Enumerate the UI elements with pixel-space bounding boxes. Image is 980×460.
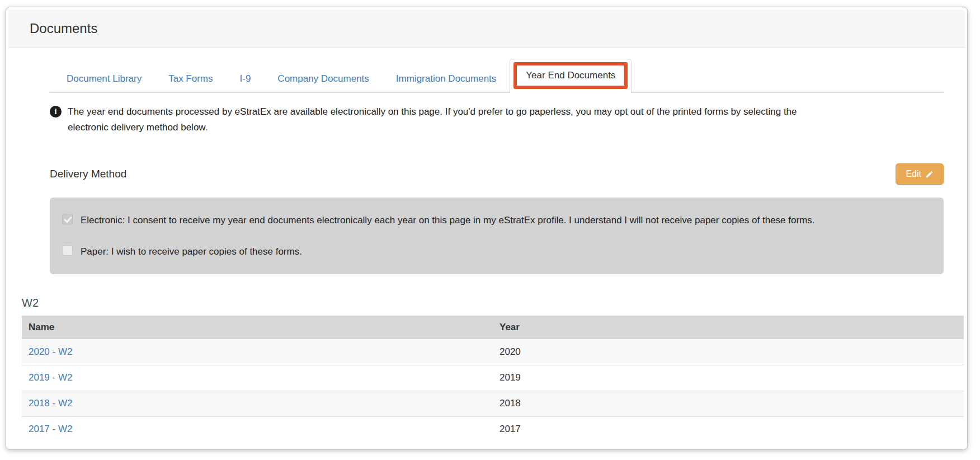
column-header-name: Name [22,316,493,339]
delivery-consent-panel: Electronic: I consent to receive my year… [50,198,944,274]
table-row: 2017 - W2 2017 [22,416,964,442]
tab-label: I-9 [240,73,251,84]
tab-label: Document Library [67,73,142,84]
panel-header: Documents [8,10,965,48]
table-row: 2019 - W2 2019 [22,365,964,391]
tab-document-library[interactable]: Document Library [53,65,155,92]
edit-button-label: Edit [906,169,921,179]
w2-document-link[interactable]: 2019 - W2 [29,372,72,383]
w2-year-cell: 2019 [493,365,964,391]
paper-checkbox[interactable] [62,245,73,256]
tab-bar: Document Library Tax Forms I-9 Company D… [50,59,944,93]
w2-section-heading: W2 [22,297,957,309]
tab-i9[interactable]: I-9 [227,65,265,92]
tab-label: Immigration Documents [396,73,497,84]
delivery-method-row: Delivery Method Edit [50,163,944,185]
w2-year-cell: 2017 [493,416,964,442]
edit-pencil-icon [925,170,934,179]
tab-label: Year End Documents [526,70,615,81]
paper-option: Paper: I wish to receive paper copies of… [62,243,931,260]
electronic-option: Electronic: I consent to receive my year… [62,212,931,228]
table-header-row: Name Year [22,316,964,339]
electronic-checkbox[interactable] [62,214,73,224]
table-row: 2018 - W2 2018 [22,391,964,416]
tab-year-end-documents[interactable]: Year End Documents [510,59,632,93]
info-banner: i The year end documents processed by eS… [50,104,944,135]
annotation-highlight-box: Year End Documents [513,62,628,89]
w2-document-link[interactable]: 2017 - W2 [29,424,72,434]
w2-document-link[interactable]: 2020 - W2 [29,346,72,357]
tab-label: Company Documents [277,73,369,84]
table-row: 2020 - W2 2020 [22,339,964,365]
info-text: The year end documents processed by eStr… [68,104,820,135]
info-icon: i [50,106,62,118]
electronic-option-label: Electronic: I consent to receive my year… [81,212,815,228]
edit-button[interactable]: Edit [896,163,944,185]
delivery-method-heading: Delivery Method [50,168,126,180]
tab-label: Tax Forms [168,73,213,84]
tab-company-documents[interactable]: Company Documents [264,65,382,92]
page-title: Documents [30,21,97,36]
tab-immigration-documents[interactable]: Immigration Documents [383,65,510,92]
column-header-year: Year [493,316,964,339]
w2-year-cell: 2018 [493,391,964,416]
paper-option-label: Paper: I wish to receive paper copies of… [81,243,302,260]
w2-document-link[interactable]: 2018 - W2 [29,398,72,409]
w2-year-cell: 2020 [493,339,964,365]
w2-table: Name Year 2020 - W2 2020 2019 - W2 2019 … [22,316,964,442]
documents-panel: Documents Document Library Tax Forms I-9… [6,7,968,450]
tab-tax-forms[interactable]: Tax Forms [155,65,226,92]
